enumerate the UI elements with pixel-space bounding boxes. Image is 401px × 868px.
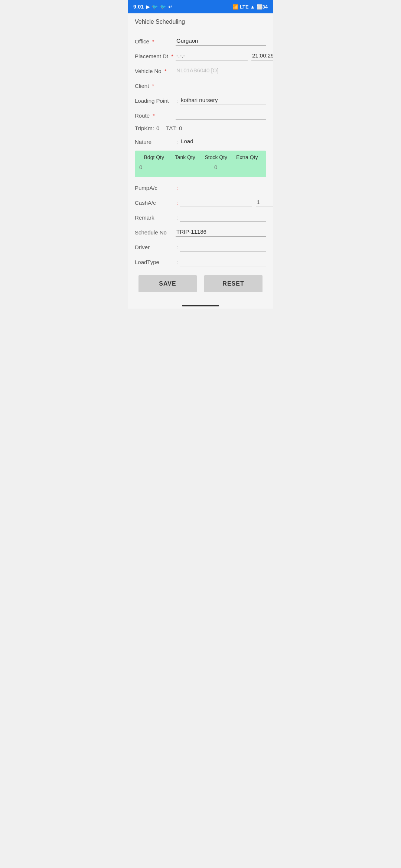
status-bar: 9:01 ▶ 🐦 🐦 ↩ 📶 LTE ▲ ⬜34 <box>128 0 273 13</box>
route-row: Route * <box>135 107 266 122</box>
route-required: * <box>153 113 154 119</box>
status-time: 9:01 <box>133 4 144 10</box>
load-type-separator: : <box>176 259 178 265</box>
placement-dt-inputs <box>176 52 273 60</box>
route-input[interactable] <box>176 111 266 120</box>
lte-icon: LTE <box>240 4 249 10</box>
cash-ac-input-right[interactable] <box>256 198 273 207</box>
pump-ac-label: PumpA/c <box>135 185 176 191</box>
stock-qty-header: Stock Qty <box>200 154 232 160</box>
vehicle-no-input[interactable] <box>176 66 266 75</box>
load-type-label: LoadType <box>135 259 176 265</box>
placement-dt-label: Placement Dt * <box>135 53 176 59</box>
driver-row: Driver : <box>135 239 266 254</box>
loading-point-row: Loading Point : <box>135 92 266 107</box>
page-title: Vehicle Scheduling <box>135 19 266 25</box>
load-type-input[interactable] <box>180 257 266 266</box>
cash-ac-label: CashA/c <box>135 200 176 206</box>
placement-dt-row: Placement Dt * <box>135 48 266 63</box>
tank-qty-header: Tank Qty <box>170 154 201 160</box>
placement-date-input[interactable] <box>176 52 248 60</box>
schedule-no-input[interactable] <box>176 228 266 237</box>
youtube-icon: ▶ <box>146 4 150 10</box>
office-label: Office * <box>135 38 176 45</box>
driver-separator: : <box>176 244 178 250</box>
remark-label: Remark <box>135 214 176 221</box>
vehicle-no-required: * <box>164 68 166 74</box>
driver-label: Driver <box>135 244 176 250</box>
load-type-row: LoadType : <box>135 254 266 269</box>
signal-icon: ▲ <box>250 4 255 10</box>
twitter2-icon: 🐦 <box>160 4 166 10</box>
save-button[interactable]: SAVE <box>138 275 197 292</box>
placement-dt-required: * <box>171 53 173 59</box>
pump-ac-separator: : <box>176 185 178 191</box>
vehicle-no-row: Vehicle No * <box>135 63 266 78</box>
pump-ac-input[interactable] <box>180 183 266 192</box>
vehicle-no-label: Vehicle No * <box>135 68 176 74</box>
schedule-no-row: Schedule No <box>135 224 266 239</box>
nature-label: Nature <box>135 139 176 145</box>
qty-table-inputs <box>138 163 263 172</box>
office-input[interactable] <box>176 37 266 46</box>
qty-table: Bdgt Qty Tank Qty Stock Qty Extra Qty <box>135 151 266 177</box>
tripkm-label: TripKm: <box>135 125 154 131</box>
form-container: Office * Placement Dt * Vehicle No * Cli… <box>128 29 273 301</box>
extra-qty-header: Extra Qty <box>232 154 263 160</box>
nature-separator: : <box>176 139 178 145</box>
tripkm-row: TripKm: 0 TAT: 0 <box>135 122 266 134</box>
route-label: Route * <box>135 112 176 119</box>
office-required: * <box>152 39 154 45</box>
schedule-no-label: Schedule No <box>135 229 176 236</box>
app-header: Vehicle Scheduling <box>128 13 273 29</box>
home-indicator <box>182 305 219 306</box>
pump-ac-row: PumpA/c : <box>135 180 266 194</box>
nature-row: Nature : <box>135 134 266 148</box>
status-right: 📶 LTE ▲ ⬜34 <box>232 4 268 10</box>
buttons-row: SAVE RESET <box>135 269 266 297</box>
battery-icon: ⬜34 <box>257 4 268 10</box>
remark-separator: : <box>176 214 178 221</box>
loading-point-label: Loading Point <box>135 98 176 104</box>
nature-input[interactable] <box>180 137 266 146</box>
client-row: Client * <box>135 78 266 92</box>
cash-ac-inputs <box>180 198 273 207</box>
tank-qty-input[interactable] <box>213 163 273 172</box>
client-label: Client * <box>135 83 176 89</box>
loading-point-input[interactable] <box>180 96 266 105</box>
tat-label: TAT: <box>166 125 177 131</box>
placement-time-input[interactable] <box>251 52 273 60</box>
client-required: * <box>152 83 154 89</box>
driver-input[interactable] <box>180 243 266 251</box>
office-row: Office * <box>135 33 266 48</box>
bdgt-qty-header: Bdgt Qty <box>138 154 170 160</box>
airtel-icon: ↩ <box>168 4 172 10</box>
cash-ac-row: CashA/c : <box>135 194 266 209</box>
bottom-bar <box>128 301 273 309</box>
status-left: 9:01 ▶ 🐦 🐦 ↩ <box>133 4 172 10</box>
cash-ac-separator: : <box>176 200 178 206</box>
loading-point-separator: : <box>176 98 178 104</box>
tripkm-value: 0 <box>156 125 159 131</box>
client-input[interactable] <box>176 81 266 90</box>
tat-value: 0 <box>179 125 182 131</box>
qty-table-headers: Bdgt Qty Tank Qty Stock Qty Extra Qty <box>138 154 263 160</box>
cash-ac-input-left[interactable] <box>180 198 252 207</box>
remark-input[interactable] <box>180 213 266 222</box>
twitter-icon: 🐦 <box>152 4 158 10</box>
remark-row: Remark : <box>135 209 266 224</box>
bdgt-qty-input[interactable] <box>138 163 211 172</box>
reset-button[interactable]: RESET <box>204 275 263 292</box>
wifi-calling-icon: 📶 <box>232 4 238 10</box>
